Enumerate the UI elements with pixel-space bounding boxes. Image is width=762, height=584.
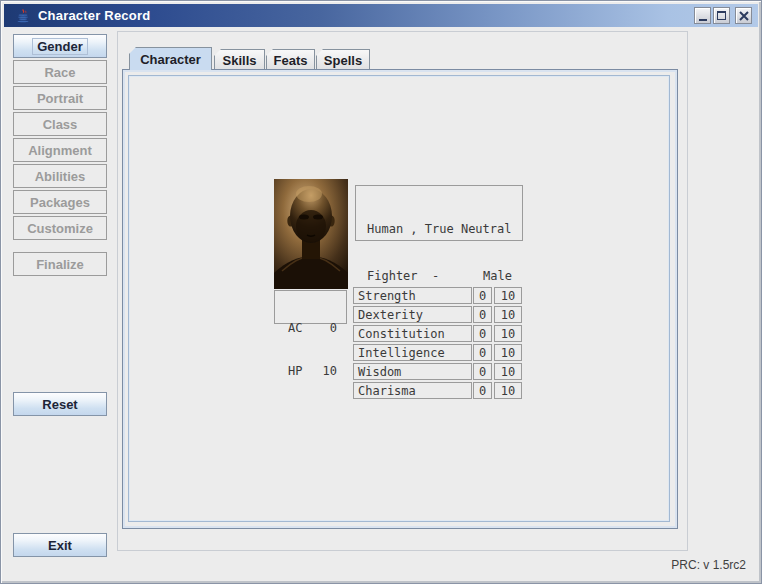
ability-name-dexterity: Dexterity: [353, 306, 472, 323]
ability-score-wisdom: 10: [494, 363, 522, 380]
maximize-button[interactable]: [713, 7, 730, 24]
sidebar-button-alignment[interactable]: Alignment: [13, 138, 107, 162]
finalize-button-label: Finalize: [36, 257, 84, 272]
minimize-button[interactable]: [694, 7, 711, 24]
ability-name-wisdom: Wisdom: [353, 363, 472, 380]
sidebar-button-packages[interactable]: Packages: [13, 190, 107, 214]
ability-score-dexterity: 10: [494, 306, 522, 323]
titlebar[interactable]: Character Record: [4, 4, 758, 27]
hp-value: 10: [323, 364, 337, 379]
exit-button[interactable]: Exit: [13, 533, 107, 557]
sidebar-button-gender[interactable]: Gender: [13, 34, 107, 58]
sidebar-button-class[interactable]: Class: [13, 112, 107, 136]
finalize-button[interactable]: Finalize: [13, 252, 107, 276]
tab-feats[interactable]: Feats: [266, 49, 315, 70]
window-title: Character Record: [38, 8, 150, 23]
sidebar-button-packages-label: Packages: [30, 195, 90, 210]
tab-skills[interactable]: Skills: [214, 49, 265, 70]
ability-adjust-charisma: 0: [473, 382, 492, 399]
ac-label: AC: [288, 321, 302, 336]
tab-spells-label: Spells: [324, 53, 362, 68]
maximize-icon: [717, 11, 726, 20]
summary-race-alignment: Human , True Neutral: [367, 222, 512, 236]
ability-adjust-constitution: 0: [473, 325, 492, 342]
version-label: PRC: v 1.5rc2: [671, 558, 746, 572]
tab-feats-label: Feats: [274, 53, 308, 68]
ability-name-intelligence: Intelligence: [353, 344, 472, 361]
sidebar-button-portrait[interactable]: Portrait: [13, 86, 107, 110]
ability-score-strength: 10: [494, 287, 522, 304]
hp-label: HP: [288, 364, 302, 379]
sidebar-button-abilities-label: Abilities: [35, 169, 86, 184]
ability-adjust-intelligence: 0: [473, 344, 492, 361]
tab-skills-label: Skills: [223, 53, 257, 68]
sidebar-button-class-label: Class: [43, 117, 78, 132]
sidebar-button-customize[interactable]: Customize: [13, 216, 107, 240]
character-summary-box: Human , True Neutral Fighter - Male: [355, 185, 523, 241]
ability-name-strength: Strength: [353, 287, 472, 304]
ability-score-charisma: 10: [494, 382, 522, 399]
close-button[interactable]: [735, 7, 752, 24]
tab-spells[interactable]: Spells: [316, 49, 370, 70]
sidebar-button-abilities[interactable]: Abilities: [13, 164, 107, 188]
summary-gender: Male: [483, 269, 512, 283]
character-record-window: Character Record Gender Race Portrait Cl…: [0, 0, 762, 584]
sidebar-button-alignment-label: Alignment: [28, 143, 92, 158]
tab-character-label: Character: [140, 52, 201, 67]
ability-score-intelligence: 10: [494, 344, 522, 361]
ability-score-constitution: 10: [494, 325, 522, 342]
exit-button-label: Exit: [48, 538, 72, 553]
ac-value: 0: [330, 321, 337, 336]
summary-class: Fighter -: [367, 269, 439, 283]
ability-adjust-dexterity: 0: [473, 306, 492, 323]
ability-name-constitution: Constitution: [353, 325, 472, 342]
tab-character[interactable]: Character: [129, 47, 212, 70]
character-portrait-image: [274, 179, 348, 289]
reset-button[interactable]: Reset: [13, 392, 107, 416]
sidebar-button-portrait-label: Portrait: [37, 91, 83, 106]
java-coffee-cup-icon: [15, 8, 31, 24]
ability-name-charisma: Charisma: [353, 382, 472, 399]
ac-hp-box: AC 0 HP 10: [274, 290, 347, 324]
sidebar-button-customize-label: Customize: [27, 221, 93, 236]
minimize-icon: [699, 19, 707, 21]
sidebar-button-gender-label: Gender: [32, 38, 88, 55]
ability-adjust-wisdom: 0: [473, 363, 492, 380]
reset-button-label: Reset: [42, 397, 77, 412]
ability-adjust-strength: 0: [473, 287, 492, 304]
sidebar-button-race[interactable]: Race: [13, 60, 107, 84]
close-icon: [739, 11, 749, 21]
sidebar-button-race-label: Race: [44, 65, 75, 80]
